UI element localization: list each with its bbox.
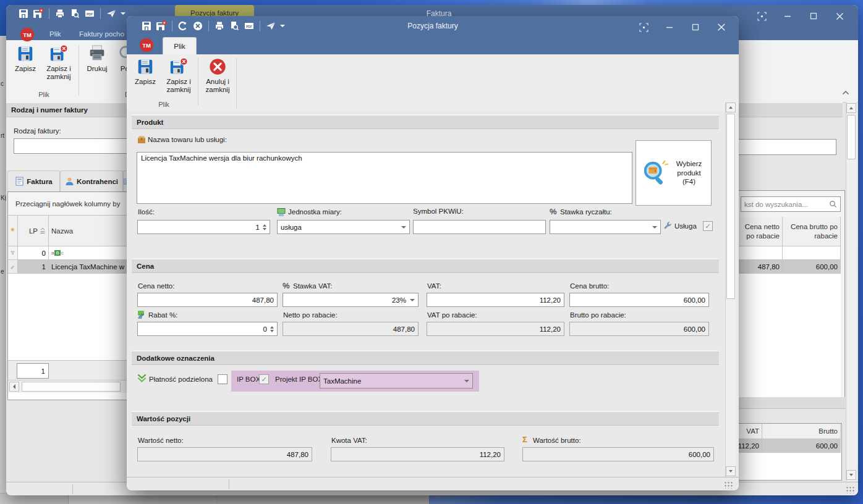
save-icon[interactable] — [17, 8, 30, 19]
column-header-brutto[interactable]: Brutto — [762, 424, 841, 439]
cena-netto-input[interactable]: 487,80 — [137, 293, 278, 307]
maximize-icon[interactable] — [807, 10, 820, 22]
rabat-spinner[interactable]: 0 — [137, 322, 278, 336]
refresh-icon[interactable] — [177, 20, 189, 32]
filter-cell-nazwa[interactable]: a B c — [49, 246, 127, 260]
rodzaj-faktury-select[interactable] — [14, 138, 128, 154]
tab-label: Plik — [174, 43, 185, 50]
send-icon[interactable] — [105, 8, 117, 19]
scroll-thumb[interactable] — [22, 382, 121, 392]
cell-cena-netto-po-rabacie[interactable]: 487,80 — [739, 260, 783, 274]
drukuj-button[interactable]: Drukuj — [82, 44, 113, 73]
send-dropdown-caret-icon[interactable] — [279, 20, 286, 32]
tab-plik[interactable]: Plik — [49, 30, 61, 38]
stawka-vat-select[interactable]: 23% — [283, 293, 419, 307]
column-header-vat[interactable]: VAT — [739, 424, 762, 439]
scroll-thumb[interactable] — [847, 115, 856, 159]
pdf-export-icon[interactable]: PDF — [243, 20, 255, 32]
save-close-icon[interactable] — [32, 8, 45, 19]
snap-layout-icon[interactable] — [637, 22, 650, 33]
column-header-lp[interactable]: LP — [18, 216, 49, 246]
cancel-icon[interactable] — [192, 20, 204, 32]
send-dropdown-caret-icon[interactable] — [120, 8, 126, 19]
jednostka-miary-select[interactable]: usługa — [277, 220, 410, 234]
spinner-arrows-icon[interactable] — [263, 224, 266, 230]
search-input[interactable]: kst do wyszukania... — [741, 196, 841, 212]
zapisz-button[interactable]: Zapisz — [131, 57, 159, 86]
right-cutoff-field[interactable] — [738, 139, 836, 155]
app-logo[interactable]: TM — [140, 38, 153, 52]
button-label: Zapisz — [135, 78, 156, 86]
vertical-scrollbar[interactable] — [846, 102, 857, 481]
cena-brutto-input[interactable]: 600,00 — [569, 293, 709, 307]
column-header-cena-netto-po-rabacie[interactable]: Cena netto po rabacie — [739, 217, 783, 246]
ipbox-checkbox[interactable]: ✓ — [259, 374, 269, 384]
dialog-titlebar[interactable]: PDF Pozycja faktury TM — [127, 16, 739, 54]
zapisz-i-zamknij-button[interactable]: Zapisz i zamknij — [161, 57, 197, 94]
cell-value: Licencja TaxMachine w — [51, 263, 124, 271]
scroll-up-button[interactable] — [846, 103, 856, 113]
cell-brutto-sum[interactable]: 600,00 — [762, 439, 841, 453]
print-icon[interactable] — [54, 8, 66, 19]
zapisz-button[interactable]: Zapisz — [11, 44, 40, 73]
print-icon[interactable] — [213, 20, 226, 32]
dialog-vertical-scrollbar[interactable] — [725, 103, 736, 477]
filter-cell-lp[interactable]: 0 — [18, 246, 49, 260]
platnosc-podzielona-checkbox[interactable] — [218, 374, 227, 384]
column-header-cena-brutto-po-rabacie[interactable]: Cena brutto po rabacie — [783, 217, 841, 246]
horizontal-scrollbar[interactable] — [8, 380, 127, 393]
scroll-left-button[interactable] — [9, 382, 19, 392]
rodzaj-faktury-label: Rodzaj faktury: — [14, 127, 61, 135]
scroll-down-button[interactable] — [726, 466, 736, 476]
minimize-icon[interactable] — [781, 10, 794, 22]
nazwa-towaru-textarea[interactable]: Licencja TaxMachine wersja dla biur rach… — [137, 152, 632, 204]
cell-nazwa[interactable]: Licencja TaxMachine w — [49, 260, 127, 274]
resize-grip[interactable] — [724, 481, 733, 489]
dialog-tab-plik[interactable]: Plik — [163, 37, 197, 55]
send-icon[interactable] — [265, 20, 277, 32]
ilosc-spinner[interactable]: 1 — [137, 220, 270, 234]
wybierz-produkt-button[interactable]: Wybierz produkt (F4) — [636, 140, 712, 206]
column-header-nazwa[interactable]: Nazwa — [49, 216, 127, 246]
save-icon[interactable] — [140, 20, 153, 32]
save-close-icon[interactable] — [155, 20, 168, 32]
symbol-pkwiu-input[interactable] — [413, 220, 546, 234]
tab-faktura[interactable]: Faktura — [7, 170, 60, 191]
symbol-pkwiu-label: Symbol PKWiU: — [413, 208, 464, 215]
close-icon[interactable] — [715, 22, 728, 33]
maximize-icon[interactable] — [689, 22, 702, 33]
print-preview-icon[interactable] — [228, 20, 240, 32]
scroll-thumb[interactable] — [726, 114, 735, 299]
close-icon[interactable] — [833, 10, 846, 22]
cell-cena-brutto-po-rabacie[interactable]: 600,00 — [783, 260, 841, 274]
minimize-icon[interactable] — [663, 22, 676, 33]
vat-input[interactable]: 112,20 — [427, 293, 564, 307]
dialog-content: Produkt Nazwa towaru lub usługi: Licencj… — [127, 111, 739, 477]
stawka-ryczaltu-select[interactable] — [550, 220, 661, 234]
search-icon[interactable] — [829, 200, 837, 208]
projekt-ipbox-select[interactable]: TaxMachine — [320, 373, 473, 388]
jednostka-miary-label: Jednostka miary: — [288, 208, 342, 216]
print-preview-icon[interactable] — [69, 8, 81, 19]
scroll-down-button[interactable] — [846, 470, 856, 480]
tab-faktury-pochodne[interactable]: Faktury pocho — [79, 30, 124, 38]
anuluj-i-zamknij-button[interactable]: Anuluj i zamknij — [200, 57, 235, 94]
zapisz-i-zamknij-button[interactable]: Zapisz i zamknij — [41, 44, 77, 81]
filter-cell[interactable] — [783, 246, 841, 260]
snap-layout-icon[interactable] — [755, 10, 768, 22]
group-by-hint[interactable]: Przeciągnij nagłówek kolumny by — [8, 192, 127, 216]
cell-value: 487,80 — [758, 263, 780, 271]
cell-vat-sum[interactable]: 112,20 — [739, 439, 762, 453]
ribbon-collapse-chevron[interactable] — [841, 89, 851, 98]
tab-kontrahenci[interactable]: Kontrahenci — [60, 170, 123, 191]
resize-grip[interactable] — [846, 486, 854, 494]
cut-text-fragment: e — [1, 268, 4, 275]
pdf-export-icon[interactable]: PDF — [83, 8, 96, 19]
filter-funnel-icon — [11, 250, 15, 256]
spinner-arrows-icon[interactable] — [270, 326, 274, 332]
usluga-checkbox[interactable]: ✓ — [703, 221, 713, 231]
scroll-up-button[interactable] — [726, 103, 736, 112]
app-logo[interactable]: TM — [20, 28, 34, 41]
filter-cell[interactable] — [739, 246, 783, 260]
cell-lp[interactable]: 1 — [18, 260, 49, 274]
